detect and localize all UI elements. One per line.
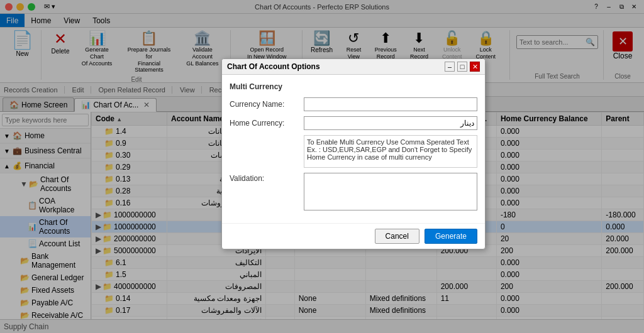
modal-overlay: Chart Of Account Options – □ ✕ Multi Cur… <box>0 0 644 333</box>
modal-close-btn[interactable]: ✕ <box>470 62 480 72</box>
validation-label: Validation: <box>230 173 299 183</box>
currency-name-row: Currency Name: <box>230 97 477 111</box>
home-currency-input[interactable] <box>304 116 477 130</box>
validation-box <box>304 173 477 210</box>
validation-row: Validation: <box>230 173 477 210</box>
modal-titlebar: Chart Of Account Options – □ ✕ <box>222 59 485 75</box>
cancel-button[interactable]: Cancel <box>375 229 419 244</box>
modal-maximize-btn[interactable]: □ <box>457 62 467 72</box>
home-currency-row: Home Currency: <box>230 116 477 130</box>
modal-section-title: Multi Currency <box>230 82 477 91</box>
generate-button[interactable]: Generate <box>425 229 477 244</box>
hint-row: To Enable Multi Currency Use Comma Spera… <box>230 135 477 168</box>
chart-of-account-options-modal: Chart Of Account Options – □ ✕ Multi Cur… <box>221 58 486 249</box>
modal-controls: – □ ✕ <box>445 62 480 72</box>
currency-name-label: Currency Name: <box>230 100 299 109</box>
modal-title: Chart Of Account Options <box>227 62 320 71</box>
hint-text: To Enable Multi Currency Use Comma Spera… <box>304 135 477 168</box>
modal-body: Multi Currency Currency Name: Home Curre… <box>222 75 485 223</box>
home-currency-label: Home Currency: <box>230 119 299 128</box>
modal-footer: Cancel Generate <box>222 223 485 249</box>
currency-name-input[interactable] <box>304 97 477 111</box>
modal-minimize-btn[interactable]: – <box>445 62 455 72</box>
